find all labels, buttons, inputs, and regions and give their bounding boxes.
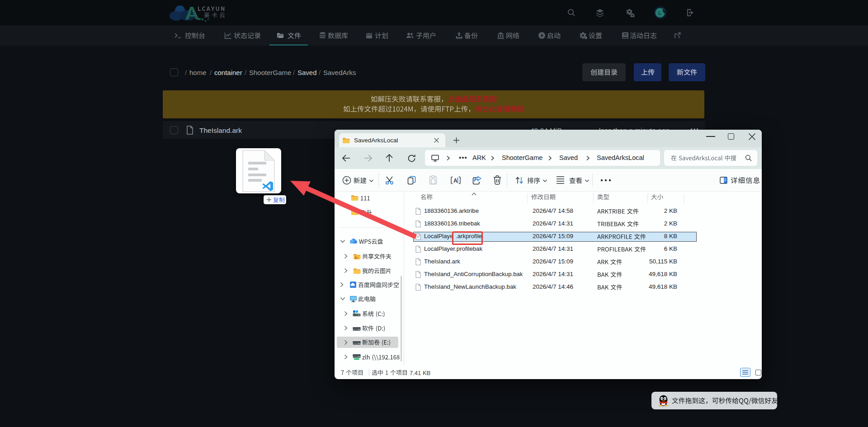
svg-text:A: A (453, 178, 458, 184)
